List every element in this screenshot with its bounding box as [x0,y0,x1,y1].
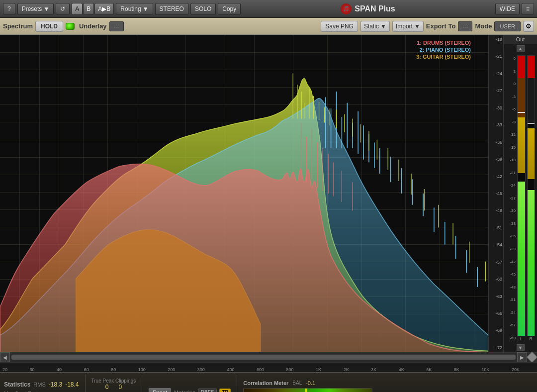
bal-label: BAL [292,380,302,386]
db-label-51: -51 [490,225,502,230]
db-label-60: -60 [490,277,502,282]
out-label: Out [504,35,537,44]
db-scale: -18 -21 -24 -27 -30 -33 -36 -39 -42 -45 … [488,35,503,352]
frequency-scale: 20 30 40 60 80 100 200 300 400 600 800 1… [0,362,537,372]
ab-button[interactable]: A▶B [94,3,114,15]
vu-r-dark-zone [528,78,535,123]
stats-rms-section: Statistics RMS -18.3 -18.4 Max Crest Fac… [4,375,79,392]
mode-label: Mode [475,22,492,30]
freq-4k: 4K [399,367,404,372]
spectrum-display[interactable]: 1: DRUMS (STEREO) 2: PIANO (STEREO) 3: G… [0,35,488,352]
top-toolbar: ? Presets ▼ ↺ A B A▶B Routing ▼ STEREO S… [0,0,537,18]
true-peak-clip-label: True Peak Clippings [91,378,136,384]
vu-scale: 6 3 0 -3 -6 -9 -12 -15 -18 -21 -24 -27 -… [506,55,516,341]
reset-button[interactable]: ↺ [56,3,70,15]
db-label-48: -48 [490,208,502,213]
app-title: SPAN Plus [355,4,395,13]
rms-label: RMS [33,382,45,388]
bal-value: -0.1 [306,380,315,386]
wide-button[interactable]: WIDE [495,3,520,15]
db-label-45: -45 [490,191,502,196]
presets-button[interactable]: Presets ▼ [17,3,54,15]
vu-r-green-zone [528,190,535,336]
copy-button[interactable]: Copy [218,3,241,15]
freq-20k: 20K [512,367,520,372]
corr-gradient [244,389,372,392]
vu-meter-panel: Out ▲ 6 3 0 -3 -6 -9 -12 -15 -18 -21 -24… [503,35,537,352]
scroll-up-area: ▲ [504,44,537,53]
vu-r-peak-marker [528,123,535,124]
freq-200: 200 [168,367,175,372]
db-label-39: -39 [490,157,502,162]
stats-div2 [142,375,142,392]
db-label-27: -27 [490,88,502,93]
spectrum-svg [0,35,488,352]
db-label-30: -30 [490,105,502,110]
dbfs-tag[interactable]: DBFS [198,389,217,392]
stats-peak-section: True Peak Clippings 0 0 True Peak -4.8 -… [91,375,136,392]
freq-1k: 1K [316,367,321,372]
export-value: --- [458,21,472,31]
freq-2k: 2K [344,367,349,372]
app-branding: 🎵 SPAN Plus [341,3,395,14]
scroll-thumb [11,355,516,360]
reset-button[interactable]: Reset [148,388,172,392]
import-dropdown[interactable]: Import ▼ [392,21,424,32]
scroll-left-arrow[interactable]: ◀ [0,352,10,362]
vu-r-yellow-zone [528,128,535,179]
corr-needle [305,389,307,392]
freq-600: 600 [257,367,264,372]
freq-100: 100 [138,367,146,372]
menu-button[interactable]: ≡ [522,3,534,15]
clip-l: 0 [105,384,109,391]
corr-label: Correlation Meter [243,380,288,386]
hold-button[interactable]: HOLD [35,21,63,32]
tp-tag[interactable]: TP [219,389,231,392]
true-peak-clip-group: True Peak Clippings 0 0 [91,378,136,391]
vu-red-zone [518,56,525,78]
freq-40: 40 [57,367,62,372]
clip-r: 0 [118,384,122,391]
db-label-18: -18 [490,37,502,42]
vu-left-label: L [520,336,523,341]
routing-button[interactable]: Routing ▼ [116,3,153,15]
vu-scroll-down[interactable]: ▼ [517,344,525,351]
help-button[interactable]: ? [3,3,15,15]
db-label-24: -24 [490,71,502,76]
vu-right-bar [527,55,536,336]
scroll-bar: ◀ ▶ [0,352,537,362]
secondary-toolbar: Spectrum HOLD Underlay --- Save PNG Stat… [0,18,537,35]
freq-400: 400 [227,367,234,372]
vu-scroll-up[interactable]: ▲ [517,45,525,52]
db-label-66: -66 [490,311,502,316]
freq-8k: 8K [454,367,459,372]
b-button[interactable]: B [83,3,94,15]
legend: 1: DRUMS (STEREO) 2: PIANO (STEREO) 3: G… [416,40,471,61]
save-png-button[interactable]: Save PNG [321,21,358,32]
correlation-meter-bar [243,388,372,392]
stats-controls: Reset Metering DBFS TP [148,375,231,392]
scroll-right-arrow[interactable]: ▶ [517,352,527,362]
freq-6k: 6K [426,367,432,372]
app-logo: 🎵 [341,3,352,14]
mode-value: USER [494,21,521,31]
db-label-54: -54 [490,242,502,247]
underlay-value: --- [109,21,124,31]
db-label-42: -42 [490,174,502,179]
static-dropdown[interactable]: Static ▼ [360,21,390,32]
spectrum-label: Spectrum [3,22,33,30]
stats-div3 [237,375,237,392]
settings-button[interactable]: ⚙ [523,21,534,32]
stereo-button[interactable]: STEREO [155,3,188,15]
legend-drums: 1: DRUMS (STEREO) [416,40,471,46]
scroll-diamond[interactable] [527,352,537,363]
db-label-36: -36 [490,140,502,145]
vu-green-zone [518,182,525,336]
db-label-69: -69 [490,328,502,333]
a-button[interactable]: A [72,3,83,15]
main-content: 1: DRUMS (STEREO) 2: PIANO (STEREO) 3: G… [0,35,537,352]
statistics-bar: Statistics RMS -18.3 -18.4 Max Crest Fac… [0,372,537,392]
statistics-label: Statistics [4,381,30,388]
scroll-track[interactable] [11,354,516,360]
solo-button[interactable]: SOLO [190,3,216,15]
